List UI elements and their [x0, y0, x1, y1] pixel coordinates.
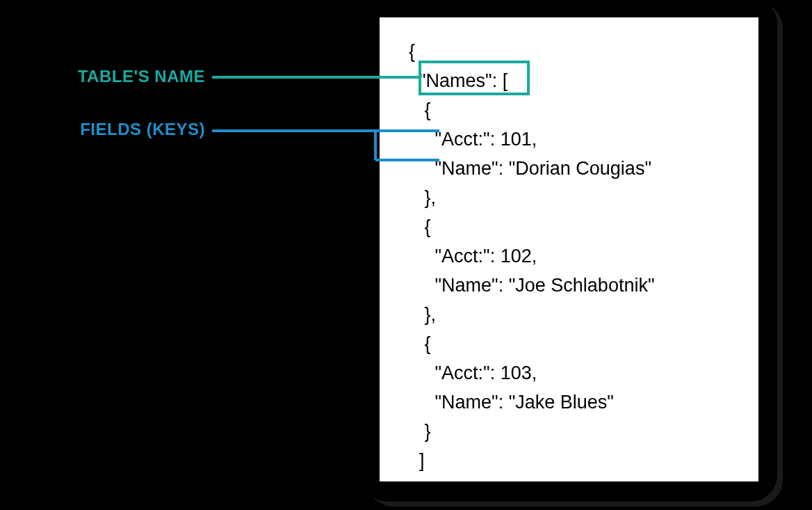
connector-fields-keys: [0, 0, 812, 510]
